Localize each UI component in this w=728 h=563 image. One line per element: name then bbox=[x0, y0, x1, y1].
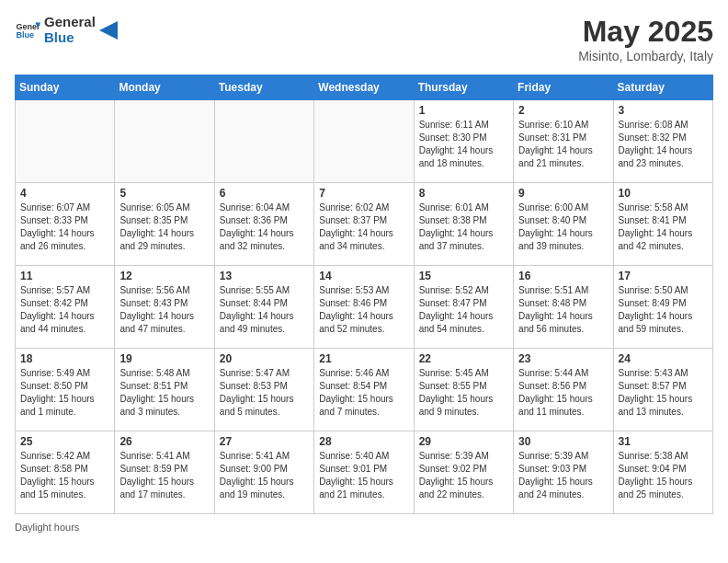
day-info: Sunrise: 5:56 AM Sunset: 8:43 PM Dayligh… bbox=[119, 284, 209, 336]
day-info: Sunrise: 5:44 AM Sunset: 8:56 PM Dayligh… bbox=[518, 367, 608, 419]
day-info: Sunrise: 5:47 AM Sunset: 8:53 PM Dayligh… bbox=[220, 367, 309, 419]
day-cell: 14Sunrise: 5:53 AM Sunset: 8:46 PM Dayli… bbox=[314, 266, 414, 349]
day-info: Sunrise: 6:04 AM Sunset: 8:36 PM Dayligh… bbox=[220, 201, 309, 253]
day-info: Sunrise: 5:51 AM Sunset: 8:48 PM Dayligh… bbox=[518, 284, 608, 336]
day-cell bbox=[16, 100, 115, 183]
day-number: 24 bbox=[619, 352, 708, 365]
day-number: 30 bbox=[518, 435, 608, 448]
day-number: 6 bbox=[220, 187, 309, 200]
week-row-2: 4Sunrise: 6:07 AM Sunset: 8:33 PM Daylig… bbox=[16, 183, 713, 266]
day-info: Sunrise: 5:39 AM Sunset: 9:03 PM Dayligh… bbox=[518, 450, 608, 501]
day-number: 19 bbox=[119, 352, 209, 365]
header-cell-saturday: Saturday bbox=[613, 75, 712, 100]
day-cell: 23Sunrise: 5:44 AM Sunset: 8:56 PM Dayli… bbox=[514, 349, 613, 431]
header-cell-monday: Monday bbox=[115, 75, 214, 100]
day-number: 18 bbox=[20, 352, 109, 365]
day-number: 5 bbox=[119, 187, 209, 200]
day-cell: 15Sunrise: 5:52 AM Sunset: 8:47 PM Dayli… bbox=[414, 266, 513, 349]
day-cell: 26Sunrise: 5:41 AM Sunset: 8:59 PM Dayli… bbox=[115, 431, 214, 514]
day-number: 25 bbox=[20, 435, 109, 448]
day-cell: 11Sunrise: 5:57 AM Sunset: 8:42 PM Dayli… bbox=[16, 266, 115, 349]
day-cell: 9Sunrise: 6:00 AM Sunset: 8:40 PM Daylig… bbox=[514, 183, 613, 266]
svg-marker-3 bbox=[99, 21, 118, 40]
day-info: Sunrise: 5:41 AM Sunset: 8:59 PM Dayligh… bbox=[119, 450, 209, 501]
day-info: Sunrise: 5:52 AM Sunset: 8:47 PM Dayligh… bbox=[419, 284, 508, 336]
header-cell-wednesday: Wednesday bbox=[314, 75, 414, 100]
day-number: 2 bbox=[518, 104, 608, 117]
day-number: 20 bbox=[220, 352, 309, 365]
day-cell: 20Sunrise: 5:47 AM Sunset: 8:53 PM Dayli… bbox=[214, 349, 313, 431]
calendar-table: SundayMondayTuesdayWednesdayThursdayFrid… bbox=[15, 75, 713, 514]
day-number: 1 bbox=[419, 104, 508, 117]
day-number: 16 bbox=[518, 270, 608, 282]
day-cell: 31Sunrise: 5:38 AM Sunset: 9:04 PM Dayli… bbox=[613, 431, 712, 514]
day-number: 12 bbox=[119, 270, 209, 282]
day-number: 3 bbox=[619, 104, 708, 117]
day-number: 15 bbox=[419, 270, 508, 282]
day-number: 22 bbox=[419, 352, 508, 365]
day-cell: 28Sunrise: 5:40 AM Sunset: 9:01 PM Dayli… bbox=[314, 431, 414, 514]
day-cell: 1Sunrise: 6:11 AM Sunset: 8:30 PM Daylig… bbox=[414, 100, 513, 183]
day-info: Sunrise: 5:43 AM Sunset: 8:57 PM Dayligh… bbox=[619, 367, 708, 419]
day-number: 26 bbox=[119, 435, 209, 448]
calendar-header: SundayMondayTuesdayWednesdayThursdayFrid… bbox=[16, 75, 713, 100]
day-number: 28 bbox=[319, 435, 408, 448]
day-cell bbox=[314, 100, 414, 183]
day-number: 14 bbox=[319, 270, 408, 282]
day-cell: 6Sunrise: 6:04 AM Sunset: 8:36 PM Daylig… bbox=[214, 183, 313, 266]
day-cell: 27Sunrise: 5:41 AM Sunset: 9:00 PM Dayli… bbox=[214, 431, 313, 514]
day-number: 27 bbox=[220, 435, 309, 448]
day-number: 31 bbox=[619, 435, 708, 448]
svg-text:Blue: Blue bbox=[16, 30, 34, 40]
day-cell: 17Sunrise: 5:50 AM Sunset: 8:49 PM Dayli… bbox=[613, 266, 712, 349]
day-info: Sunrise: 6:07 AM Sunset: 8:33 PM Dayligh… bbox=[20, 201, 109, 253]
day-cell: 18Sunrise: 5:49 AM Sunset: 8:50 PM Dayli… bbox=[16, 349, 115, 431]
day-cell: 13Sunrise: 5:55 AM Sunset: 8:44 PM Dayli… bbox=[214, 266, 313, 349]
day-number: 10 bbox=[619, 187, 708, 200]
week-row-4: 18Sunrise: 5:49 AM Sunset: 8:50 PM Dayli… bbox=[16, 349, 713, 431]
day-info: Sunrise: 5:42 AM Sunset: 8:58 PM Dayligh… bbox=[20, 450, 109, 501]
day-number: 7 bbox=[319, 187, 408, 200]
footer: Daylight hours bbox=[15, 522, 713, 533]
day-info: Sunrise: 5:40 AM Sunset: 9:01 PM Dayligh… bbox=[319, 450, 408, 501]
header-cell-friday: Friday bbox=[514, 75, 613, 100]
day-info: Sunrise: 6:10 AM Sunset: 8:31 PM Dayligh… bbox=[518, 119, 608, 170]
day-info: Sunrise: 5:58 AM Sunset: 8:41 PM Dayligh… bbox=[619, 201, 708, 253]
header-cell-sunday: Sunday bbox=[16, 75, 115, 100]
day-cell: 10Sunrise: 5:58 AM Sunset: 8:41 PM Dayli… bbox=[613, 183, 712, 266]
week-row-1: 1Sunrise: 6:11 AM Sunset: 8:30 PM Daylig… bbox=[16, 100, 713, 183]
day-cell: 2Sunrise: 6:10 AM Sunset: 8:31 PM Daylig… bbox=[514, 100, 613, 183]
day-cell: 3Sunrise: 6:08 AM Sunset: 8:32 PM Daylig… bbox=[613, 100, 712, 183]
calendar-subtitle: Misinto, Lombardy, Italy bbox=[578, 49, 713, 63]
calendar-title: May 2025 bbox=[578, 15, 713, 49]
day-info: Sunrise: 5:46 AM Sunset: 8:54 PM Dayligh… bbox=[319, 367, 408, 419]
day-info: Sunrise: 5:39 AM Sunset: 9:02 PM Dayligh… bbox=[419, 450, 508, 501]
day-number: 11 bbox=[20, 270, 109, 282]
day-info: Sunrise: 6:02 AM Sunset: 8:37 PM Dayligh… bbox=[319, 201, 408, 253]
day-info: Sunrise: 5:55 AM Sunset: 8:44 PM Dayligh… bbox=[220, 284, 309, 336]
day-info: Sunrise: 5:45 AM Sunset: 8:55 PM Dayligh… bbox=[419, 367, 508, 419]
day-info: Sunrise: 5:41 AM Sunset: 9:00 PM Dayligh… bbox=[220, 450, 309, 501]
header-cell-tuesday: Tuesday bbox=[214, 75, 313, 100]
day-cell: 12Sunrise: 5:56 AM Sunset: 8:43 PM Dayli… bbox=[115, 266, 214, 349]
day-cell: 25Sunrise: 5:42 AM Sunset: 8:58 PM Dayli… bbox=[16, 431, 115, 514]
day-cell: 16Sunrise: 5:51 AM Sunset: 8:48 PM Dayli… bbox=[514, 266, 613, 349]
day-number: 9 bbox=[518, 187, 608, 200]
header-cell-thursday: Thursday bbox=[414, 75, 513, 100]
logo: General Blue General Blue bbox=[15, 15, 118, 45]
day-info: Sunrise: 6:08 AM Sunset: 8:32 PM Dayligh… bbox=[619, 119, 708, 170]
header-row: SundayMondayTuesdayWednesdayThursdayFrid… bbox=[16, 75, 713, 100]
day-number: 13 bbox=[220, 270, 309, 282]
day-cell bbox=[115, 100, 214, 183]
logo-blue-text: Blue bbox=[44, 30, 96, 46]
logo-icon: General Blue bbox=[15, 17, 40, 43]
day-info: Sunrise: 5:38 AM Sunset: 9:04 PM Dayligh… bbox=[619, 450, 708, 501]
day-info: Sunrise: 6:05 AM Sunset: 8:35 PM Dayligh… bbox=[119, 201, 209, 253]
day-cell: 22Sunrise: 5:45 AM Sunset: 8:55 PM Dayli… bbox=[414, 349, 513, 431]
day-cell: 8Sunrise: 6:01 AM Sunset: 8:38 PM Daylig… bbox=[414, 183, 513, 266]
day-cell: 21Sunrise: 5:46 AM Sunset: 8:54 PM Dayli… bbox=[314, 349, 414, 431]
logo-arrow-icon bbox=[99, 21, 118, 40]
logo-general-text: General bbox=[44, 15, 96, 30]
day-number: 8 bbox=[419, 187, 508, 200]
day-number: 29 bbox=[419, 435, 508, 448]
